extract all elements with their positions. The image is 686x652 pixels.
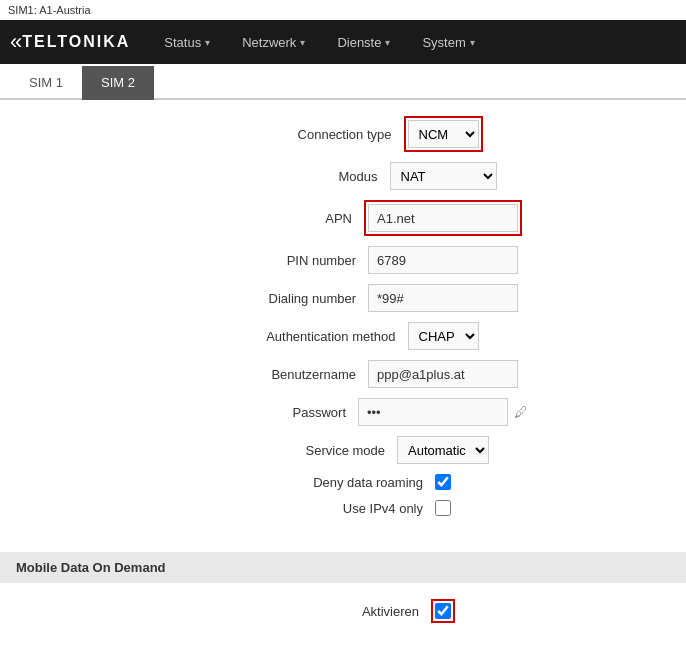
username-control	[368, 360, 518, 388]
dialing-input[interactable]	[368, 284, 518, 312]
password-label: Passwort	[158, 405, 358, 420]
modus-control: NAT Bridge Passthrough	[390, 162, 497, 190]
username-row: Benutzername	[0, 360, 686, 388]
dialing-label: Dialing number	[168, 291, 368, 306]
nav-dienste[interactable]: Dienste ▾	[323, 25, 404, 60]
deny-roaming-row: Deny data roaming	[0, 474, 686, 490]
logo-text: TELTONIKA	[22, 33, 130, 51]
pin-control	[368, 246, 518, 274]
top-title: SIM1: A1-Austria	[0, 0, 686, 20]
apn-highlight	[364, 200, 522, 236]
dialing-control	[368, 284, 518, 312]
password-input[interactable]	[358, 398, 508, 426]
logo-chevron: «	[10, 31, 22, 53]
status-arrow: ▾	[205, 37, 210, 48]
pin-input[interactable]	[368, 246, 518, 274]
pin-row: PIN number	[0, 246, 686, 274]
pin-label: PIN number	[168, 253, 368, 268]
apn-control	[364, 200, 522, 236]
aktivieren-highlight	[431, 599, 455, 623]
connection-type-select[interactable]: NCM PPP DHCP	[408, 120, 479, 148]
eye-icon[interactable]: 🖊	[514, 404, 528, 420]
ipv4-label: Use IPv4 only	[235, 501, 435, 516]
dialing-row: Dialing number	[0, 284, 686, 312]
netzwerk-arrow: ▾	[300, 37, 305, 48]
auth-label: Authentication method	[208, 329, 408, 344]
deny-roaming-checkbox[interactable]	[435, 474, 451, 490]
system-arrow: ▾	[470, 37, 475, 48]
bottom-form: Aktivieren	[0, 583, 686, 649]
connection-type-control: NCM PPP DHCP	[404, 116, 483, 152]
tab-sim1[interactable]: SIM 1	[10, 66, 82, 100]
dienste-arrow: ▾	[385, 37, 390, 48]
auth-row: Authentication method CHAP PAP None	[0, 322, 686, 350]
connection-type-highlight: NCM PPP DHCP	[404, 116, 483, 152]
nav-netzwerk[interactable]: Netzwerk ▾	[228, 25, 319, 60]
main-form: Connection type NCM PPP DHCP Modus NAT B…	[0, 100, 686, 542]
apn-row: APN	[0, 200, 686, 236]
nav-status[interactable]: Status ▾	[150, 25, 224, 60]
username-input[interactable]	[368, 360, 518, 388]
deny-roaming-control	[435, 474, 451, 490]
nav-items: Status ▾ Netzwerk ▾ Dienste ▾ System ▾	[150, 25, 488, 60]
aktivieren-control	[431, 599, 455, 623]
service-mode-label: Service mode	[197, 443, 397, 458]
navbar: « TELTONIKA Status ▾ Netzwerk ▾ Dienste …	[0, 20, 686, 64]
nav-system[interactable]: System ▾	[408, 25, 488, 60]
modus-select[interactable]: NAT Bridge Passthrough	[390, 162, 497, 190]
service-mode-row: Service mode Automatic 2G only 3G only 4…	[0, 436, 686, 464]
auth-control: CHAP PAP None	[408, 322, 479, 350]
aktivieren-label: Aktivieren	[231, 604, 431, 619]
auth-select[interactable]: CHAP PAP None	[408, 322, 479, 350]
aktivieren-checkbox[interactable]	[435, 603, 451, 619]
logo[interactable]: « TELTONIKA	[10, 31, 130, 53]
aktivieren-row: Aktivieren	[0, 599, 686, 623]
ipv4-control	[435, 500, 451, 516]
apn-input[interactable]	[368, 204, 518, 232]
service-mode-control: Automatic 2G only 3G only 4G only	[397, 436, 489, 464]
modus-label: Modus	[190, 169, 390, 184]
tab-sim2[interactable]: SIM 2	[82, 66, 154, 100]
section-header-mobile-data: Mobile Data On Demand	[0, 552, 686, 583]
service-mode-select[interactable]: Automatic 2G only 3G only 4G only	[397, 436, 489, 464]
ipv4-checkbox[interactable]	[435, 500, 451, 516]
modus-row: Modus NAT Bridge Passthrough	[0, 162, 686, 190]
apn-label: APN	[164, 211, 364, 226]
connection-type-label: Connection type	[204, 127, 404, 142]
password-control: 🖊	[358, 398, 528, 426]
username-label: Benutzername	[168, 367, 368, 382]
password-row: Passwort 🖊	[0, 398, 686, 426]
deny-roaming-label: Deny data roaming	[235, 475, 435, 490]
ipv4-row: Use IPv4 only	[0, 500, 686, 516]
sim-tabs: SIM 1 SIM 2	[0, 66, 686, 100]
connection-type-row: Connection type NCM PPP DHCP	[0, 116, 686, 152]
